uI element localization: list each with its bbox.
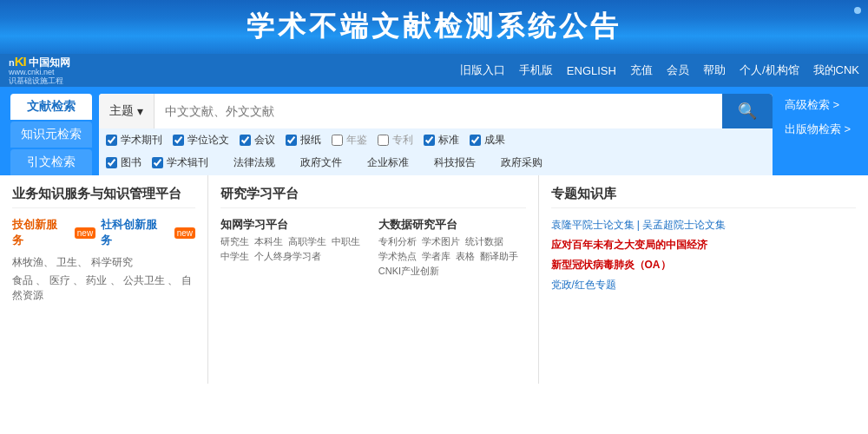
- platform-grid: 知网学习平台 研究生 本科生 高职学生 中职生 中学生 个人终身学习者 大数据研…: [220, 217, 526, 278]
- yuan-longping-link[interactable]: 袁隆平院士论文集 | 吴孟超院士论文集: [551, 219, 727, 231]
- p1-secondary[interactable]: 中职生: [332, 235, 360, 248]
- left-panel-title: 业务知识服务与知识管理平台: [12, 186, 195, 208]
- logo-area: n KI 中国知网 www.cnki.net 识基础设施工程: [9, 55, 70, 86]
- nav-old-portal[interactable]: 旧版入口: [460, 62, 505, 78]
- p2-scholar[interactable]: 学者库: [422, 250, 450, 263]
- option-yearbook[interactable]: 年鉴: [332, 133, 367, 148]
- nav-recharge[interactable]: 充值: [630, 62, 653, 78]
- p2-patent[interactable]: 专利分析: [378, 235, 417, 248]
- tab-citation[interactable]: 引文检索: [10, 149, 92, 175]
- p1-personal[interactable]: 个人终身学习者: [254, 250, 321, 263]
- p2-table[interactable]: 表格: [456, 250, 475, 263]
- option-thesis[interactable]: 学位论文: [173, 133, 229, 148]
- right-item-3: 新型冠状病毒肺炎（OA）: [551, 257, 857, 273]
- publish-search-label: 出版物检索 >: [785, 122, 851, 137]
- search-button[interactable]: 🔍: [722, 94, 773, 128]
- economy-link[interactable]: 应对百年未有之大变局的中国经济: [551, 239, 707, 251]
- cat-food[interactable]: 食品: [12, 274, 33, 286]
- search-tabs: 文献检索 知识元检索 引文检索: [10, 94, 92, 175]
- cat-forestry[interactable]: 林牧渔: [12, 256, 43, 268]
- cat-research[interactable]: 科学研究: [91, 256, 133, 268]
- option-academic-journal[interactable]: 学术辑刊: [152, 155, 208, 170]
- left-cats-row1: 林牧渔、 卫生、 科学研究: [12, 255, 195, 270]
- right-panel: 专题知识库 袁隆平院士论文集 | 吴孟超院士论文集 应对百年未有之大变局的中国经…: [539, 175, 869, 384]
- search-main: 主题 ▾ 🔍 学术期刊 学位论文 会议 报纸 年鉴 专利 标准 成果: [99, 94, 773, 175]
- p2-translate[interactable]: 翻译助手: [480, 250, 518, 263]
- search-type-dropdown[interactable]: 主题 ▾: [99, 94, 155, 128]
- nav-my-cnk[interactable]: 我的CNK: [813, 62, 859, 78]
- option-newspaper[interactable]: 报纸: [286, 133, 321, 148]
- platform2-title: 大数据研究平台: [378, 217, 526, 233]
- search-options-row1: 学术期刊 学位论文 会议 报纸 年鉴 专利 标准 成果: [99, 128, 773, 152]
- publish-search-link[interactable]: 出版物检索 >: [779, 118, 858, 141]
- p2-images[interactable]: 学术图片: [422, 235, 460, 248]
- bottom-panels: 业务知识服务与知识管理平台 技创新服务 new 社科创新服务 new 林牧渔、 …: [0, 175, 868, 384]
- option-gov-doc[interactable]: 政府文件: [286, 155, 342, 170]
- advanced-search-label: 高级检索 >: [785, 97, 839, 113]
- tab-literature[interactable]: 文献检索: [10, 94, 92, 120]
- right-panel-title: 专题知识库: [551, 186, 857, 208]
- tab-knowledge[interactable]: 知识元检索: [10, 122, 92, 148]
- option-gov-purchase[interactable]: 政府采购: [486, 155, 542, 170]
- nav-mobile[interactable]: 手机版: [519, 62, 553, 78]
- search-options-row2: 图书 学术辑刊 法律法规 政府文件 企业标准 科技报告 政府采购: [99, 152, 773, 175]
- left-cats-row2: 食品 、 医疗 、 药业 、 公共卫生 、 自然资源: [12, 273, 195, 303]
- option-book[interactable]: 图书: [106, 155, 141, 170]
- middle-panel-title: 研究学习平台: [220, 186, 526, 208]
- middle-panel: 研究学习平台 知网学习平台 研究生 本科生 高职学生 中职生 中学生 个人终身学…: [208, 175, 539, 384]
- platform1-title: 知网学习平台: [220, 217, 368, 233]
- p1-middle[interactable]: 中学生: [220, 250, 249, 263]
- search-type-label: 主题: [109, 103, 134, 119]
- red-culture-link[interactable]: 党政/红色专题: [551, 279, 616, 291]
- cat-health[interactable]: 卫生: [56, 256, 77, 268]
- p2-stats[interactable]: 统计数据: [465, 235, 503, 248]
- announcement-title: 学术不端文献检测系统公告: [247, 8, 621, 46]
- platform2: 大数据研究平台 专利分析 学术图片 统计数据 学术热点 学者库 表格 翻译助手 …: [378, 217, 526, 278]
- option-law[interactable]: 法律法规: [219, 155, 275, 170]
- dot-decoration: [854, 7, 861, 14]
- option-standard[interactable]: 标准: [424, 133, 459, 148]
- option-sci-report[interactable]: 科技报告: [419, 155, 476, 170]
- search-input-row: 主题 ▾ 🔍: [99, 94, 773, 128]
- advanced-links-col: 高级检索 > 出版物检索 >: [779, 94, 858, 175]
- nav-personal[interactable]: 个人/机构馆: [740, 62, 799, 78]
- platform1-sublinks: 研究生 本科生 高职学生 中职生 中学生 个人终身学习者: [220, 235, 368, 263]
- right-item-2: 应对百年未有之大变局的中国经济: [551, 237, 857, 253]
- covid-link[interactable]: 新型冠状病毒肺炎（OA）: [551, 259, 671, 271]
- right-item-4: 党政/红色专题: [551, 277, 857, 293]
- option-journal[interactable]: 学术期刊: [106, 133, 162, 148]
- cat-pharma[interactable]: 药业: [86, 274, 107, 286]
- cat-medical[interactable]: 医疗: [49, 274, 70, 286]
- service-link-social[interactable]: 社科创新服务: [101, 217, 168, 248]
- left-panel: 业务知识服务与知识管理平台 技创新服务 new 社科创新服务 new 林牧渔、 …: [0, 175, 208, 384]
- logo-subtitle: 识基础设施工程: [9, 77, 70, 86]
- option-result[interactable]: 成果: [470, 133, 505, 148]
- service-badge-1: new: [75, 227, 95, 239]
- search-icon: 🔍: [738, 102, 757, 121]
- p1-undergrad[interactable]: 本科生: [254, 235, 283, 248]
- option-conference[interactable]: 会议: [240, 133, 275, 148]
- cat-pubhealth[interactable]: 公共卫生: [123, 274, 165, 286]
- nav-member[interactable]: 会员: [667, 62, 689, 78]
- search-input[interactable]: [155, 104, 722, 118]
- platform1: 知网学习平台 研究生 本科生 高职学生 中职生 中学生 个人终身学习者: [220, 217, 368, 278]
- search-section: 文献检索 知识元检索 引文检索 主题 ▾ 🔍 学术期刊 学位论文 会议: [0, 87, 868, 175]
- nav-links: 旧版入口 手机版 ENGLISH 充值 会员 帮助 个人/机构馆 我的CNK: [460, 62, 859, 78]
- nav-bar: n KI 中国知网 www.cnki.net 识基础设施工程 旧版入口 手机版 …: [0, 54, 868, 87]
- service-link-tech[interactable]: 技创新服务: [12, 217, 68, 248]
- platform2-sublinks: 专利分析 学术图片 统计数据 学术热点 学者库 表格 翻译助手 CNKI产业创新: [378, 235, 526, 278]
- advanced-search-link[interactable]: 高级检索 >: [779, 94, 858, 116]
- nav-english[interactable]: ENGLISH: [567, 64, 616, 77]
- option-patent[interactable]: 专利: [378, 133, 413, 148]
- p1-grad[interactable]: 研究生: [220, 235, 249, 248]
- option-enterprise-std[interactable]: 企业标准: [352, 155, 409, 170]
- dropdown-arrow-icon: ▾: [137, 104, 143, 118]
- p1-vocational[interactable]: 高职学生: [288, 235, 326, 248]
- nav-help[interactable]: 帮助: [703, 62, 726, 78]
- announcement-banner: 学术不端文献检测系统公告: [0, 0, 868, 54]
- logo-cnki-text: 中国知网: [29, 57, 70, 69]
- p2-hot[interactable]: 学术热点: [378, 250, 417, 263]
- logo-ki: KI: [15, 55, 26, 69]
- logo-prefix: n: [9, 57, 15, 68]
- p2-innovation[interactable]: CNKI产业创新: [378, 265, 439, 278]
